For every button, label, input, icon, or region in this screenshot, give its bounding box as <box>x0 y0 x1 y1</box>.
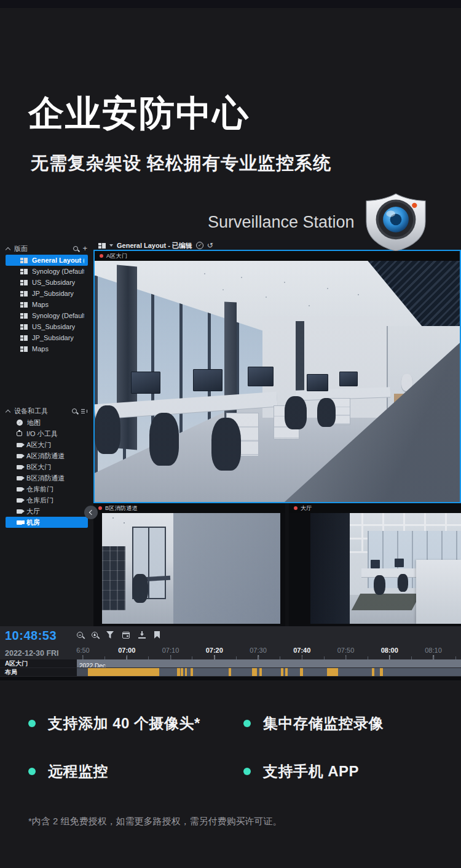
layout-grid-icon[interactable] <box>98 243 106 249</box>
search-icon[interactable] <box>73 246 78 251</box>
timeline-row-label: 布局 <box>0 668 77 676</box>
sidebar-device-item[interactable]: B区消防通道 <box>6 472 88 484</box>
check-circle-icon[interactable]: ✓ <box>196 242 203 249</box>
layout-panes-icon <box>20 302 28 308</box>
camera-name: A区大门 <box>106 252 127 260</box>
sidebar-device-item[interactable]: A区大门 <box>6 439 88 450</box>
tick-label: 08:00 <box>381 647 398 654</box>
recording-segment <box>300 668 302 676</box>
recording-segment <box>252 668 257 676</box>
sidebar-layout-item[interactable]: General Layout (默认) <box>6 255 88 266</box>
camera-name: B区消防通道 <box>105 504 138 512</box>
tick-label: 07:10 <box>162 647 179 654</box>
feature-label: 支持添加 40 个摄像头* <box>48 714 200 733</box>
sidebar-layout-item[interactable]: Synology (Default) <box>6 310 88 321</box>
sidebar-item-label: I/O 小工具 <box>26 429 58 439</box>
sidebar-item-label: A区消防通道 <box>26 452 65 461</box>
download-icon[interactable] <box>138 631 146 639</box>
scene-tint-overlay <box>95 261 460 502</box>
chevron-up-icon[interactable] <box>6 247 10 252</box>
recording-segment <box>181 668 183 676</box>
timeline-band-camera[interactable]: 2022.Dec <box>77 659 461 667</box>
sidebar-layout-item[interactable]: US_Subsidary <box>6 321 88 332</box>
camera-icon <box>17 487 22 492</box>
camera-tile-main[interactable]: A区大门 <box>93 250 461 503</box>
add-icon[interactable]: + <box>82 245 87 252</box>
sidebar-item-label: Maps <box>32 345 49 352</box>
sidebar-device-item[interactable]: A区消防通道 <box>6 450 88 461</box>
tick-mark <box>82 655 84 659</box>
recording-segment <box>185 668 187 676</box>
chevron-up-icon[interactable] <box>6 409 10 414</box>
sidebar-layout-item[interactable]: JP_Subsidary <box>6 288 88 299</box>
bullet-dot-icon <box>28 768 36 775</box>
sidebar-layout-item[interactable]: Maps <box>6 343 88 354</box>
tick-mark <box>433 655 434 659</box>
chevron-left-icon <box>89 510 94 515</box>
camera-tile-bottom-left[interactable]: B区消防通道 <box>93 503 285 626</box>
camera-icon <box>17 465 22 469</box>
devices-section-header[interactable]: 设备和工具 <box>0 405 93 417</box>
sidebar-layout-item[interactable]: Synology (Default) <box>6 266 88 277</box>
undo-icon[interactable]: ↺ <box>207 242 213 249</box>
camera-icon <box>17 498 22 503</box>
bookmark-icon[interactable] <box>154 631 160 639</box>
recording-segment <box>259 668 262 676</box>
camera-video-hallway-scene <box>102 513 280 624</box>
sidebar-collapse-button[interactable] <box>84 506 98 519</box>
camera-tile-label: 大厅 <box>289 503 461 513</box>
sidebar-device-item[interactable]: 仓库前门 <box>6 484 88 495</box>
sidebar-device-item[interactable]: 机房 <box>6 517 88 528</box>
layout-panes-icon <box>20 291 28 297</box>
layout-panes-icon <box>20 324 28 330</box>
timeline-ruler[interactable]: 6:50 07:00 07:10 07:20 07:30 07:40 07:50… <box>77 642 461 659</box>
tick-label: 07:40 <box>293 647 310 654</box>
tick-mark <box>258 655 259 659</box>
sidebar-layout-item[interactable]: US_Subsidary <box>6 277 88 288</box>
current-layout-title[interactable]: General Layout - 已编辑 <box>117 241 192 250</box>
layout-panes-icon <box>20 335 28 341</box>
timeline-tick: 07:50 <box>337 647 355 659</box>
recording-dot-icon <box>294 506 297 510</box>
sort-icon[interactable] <box>81 408 87 414</box>
sidebar-item-label: JP_Subsidary <box>32 290 74 297</box>
camera-name: 大厅 <box>301 504 312 512</box>
timeline-row-label: A区大门 <box>0 659 77 667</box>
tick-mark <box>170 655 171 659</box>
feature-label: 支持手机 APP <box>263 762 359 781</box>
recording-segment <box>285 668 288 676</box>
timeline-clock: 10:48:53 <box>5 629 57 643</box>
chevron-down-icon[interactable] <box>109 244 113 247</box>
calendar-icon[interactable] <box>122 632 130 639</box>
tick-mark <box>345 655 347 659</box>
scene-tint-overlay <box>310 513 461 624</box>
surveillance-shield-camera-icon <box>361 193 430 251</box>
sidebar-device-item[interactable]: 大厅 <box>6 506 88 517</box>
timeline-bottom-strip <box>0 677 461 680</box>
camera-icon <box>17 509 22 514</box>
feature-item: 支持添加 40 个摄像头* <box>28 714 243 733</box>
sidebar-item-label: 机房 <box>26 518 40 527</box>
timeline-band-layout[interactable] <box>77 668 461 676</box>
sidebar-device-item[interactable]: I/O 小工具 <box>6 428 88 439</box>
timeline-panel: 10:48:53 2022-12-30 FRI 6:50 07:00 07:10… <box>0 626 461 678</box>
sidebar-item-label: US_Subsidary <box>32 279 75 286</box>
sidebar-device-item[interactable]: B区大门 <box>6 461 88 472</box>
zoom-in-icon[interactable] <box>92 632 98 638</box>
sidebar-device-item[interactable]: 仓库后门 <box>6 495 88 506</box>
timeline-tick: 07:30 <box>250 647 267 659</box>
sidebar-layout-item[interactable]: JP_Subsidary <box>6 332 88 343</box>
search-icon[interactable] <box>72 408 77 413</box>
tick-label: 07:50 <box>337 647 355 654</box>
zoom-out-icon[interactable] <box>77 632 83 638</box>
recording-segment <box>380 668 382 676</box>
top-strip <box>0 0 461 8</box>
recording-segment <box>77 668 88 676</box>
sidebar-device-item[interactable]: 地图 <box>6 417 88 428</box>
camera-tile-bottom-right[interactable]: 大厅 <box>289 503 461 626</box>
tick-label: 07:30 <box>250 647 267 654</box>
filter-icon[interactable] <box>106 631 114 639</box>
sidebar-layout-item[interactable]: Maps <box>6 299 88 310</box>
layouts-section-header[interactable]: 版面 + <box>0 242 93 255</box>
recording-segment <box>177 668 179 676</box>
